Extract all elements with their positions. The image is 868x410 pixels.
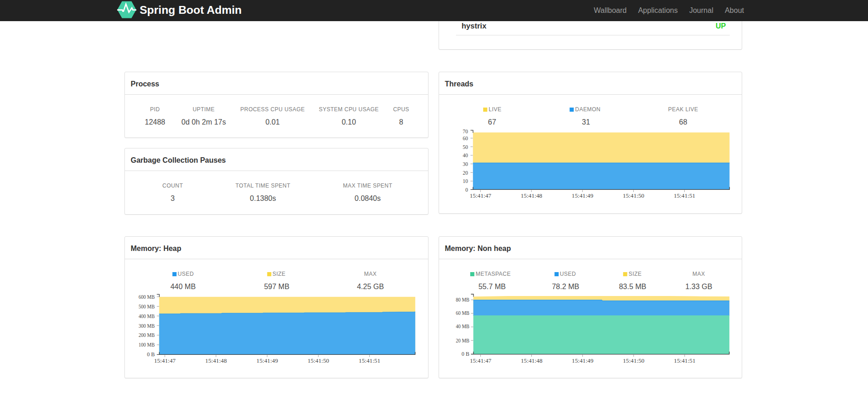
svg-text:80 MB: 80 MB	[456, 296, 470, 303]
svg-text:15:41:47: 15:41:47	[470, 357, 491, 364]
svg-text:15:41:47: 15:41:47	[470, 192, 491, 199]
svg-text:15:41:48: 15:41:48	[205, 357, 227, 364]
svg-text:10: 10	[463, 177, 468, 184]
svg-text:15:41:50: 15:41:50	[623, 192, 644, 199]
svg-text:15:41:51: 15:41:51	[674, 192, 695, 199]
svg-text:15:41:50: 15:41:50	[308, 357, 329, 364]
svg-text:15:41:49: 15:41:49	[572, 192, 593, 199]
svg-text:70: 70	[463, 128, 468, 135]
svg-text:15:41:49: 15:41:49	[572, 357, 593, 364]
svg-text:0: 0	[465, 186, 468, 193]
svg-text:30: 30	[463, 160, 468, 167]
svg-text:200 MB: 200 MB	[139, 331, 155, 338]
svg-text:0 B: 0 B	[462, 350, 469, 357]
svg-text:20 MB: 20 MB	[456, 337, 470, 344]
svg-text:40: 40	[463, 152, 468, 159]
svg-text:0 B: 0 B	[147, 351, 155, 358]
svg-text:15:41:48: 15:41:48	[521, 357, 542, 364]
svg-text:15:41:47: 15:41:47	[154, 357, 175, 364]
svg-text:50: 50	[463, 143, 468, 150]
svg-text:15:41:50: 15:41:50	[623, 357, 644, 364]
svg-text:400 MB: 400 MB	[139, 313, 155, 319]
svg-text:20: 20	[463, 169, 468, 176]
svg-text:600 MB: 600 MB	[139, 293, 155, 300]
svg-text:100 MB: 100 MB	[139, 341, 155, 348]
svg-text:15:41:48: 15:41:48	[521, 192, 542, 199]
svg-text:60: 60	[463, 135, 468, 142]
svg-text:15:41:49: 15:41:49	[256, 357, 278, 364]
svg-text:15:41:51: 15:41:51	[674, 357, 695, 364]
svg-text:15:41:51: 15:41:51	[359, 357, 380, 364]
svg-text:300 MB: 300 MB	[139, 322, 155, 329]
svg-text:500 MB: 500 MB	[139, 303, 155, 310]
svg-text:60 MB: 60 MB	[456, 309, 470, 316]
svg-text:40 MB: 40 MB	[456, 323, 470, 330]
